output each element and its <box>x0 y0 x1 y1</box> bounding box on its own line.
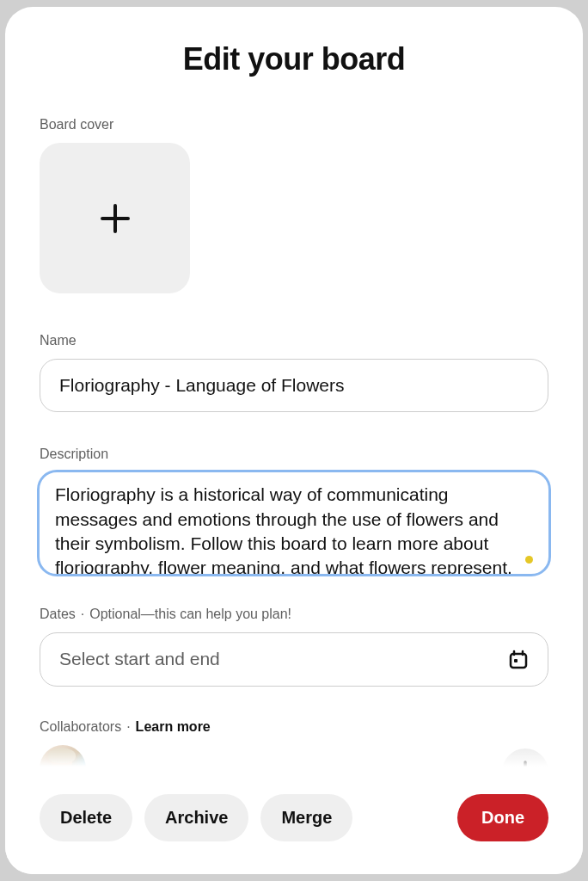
plus-icon <box>100 203 131 234</box>
svg-rect-1 <box>514 659 518 662</box>
edit-board-modal: Edit your board Board cover Name Descrip… <box>5 7 583 874</box>
dates-label: Dates <box>40 607 76 622</box>
done-button[interactable]: Done <box>457 794 548 841</box>
board-cover-label: Board cover <box>40 117 548 132</box>
calendar-icon <box>508 650 529 670</box>
modal-title: Edit your board <box>40 41 548 77</box>
dates-select-button[interactable]: Select start and end <box>40 632 548 686</box>
board-description-textarea[interactable] <box>40 472 548 574</box>
name-label: Name <box>40 333 548 348</box>
separator-dot: · <box>126 719 130 735</box>
svg-rect-0 <box>511 654 526 668</box>
add-board-cover-button[interactable] <box>40 143 190 293</box>
dates-hint: Optional—this can help you plan! <box>89 607 291 622</box>
learn-more-link[interactable]: Learn more <box>136 719 211 735</box>
collaborators-label: Collaborators <box>40 719 121 735</box>
description-label: Description <box>40 447 548 462</box>
archive-button[interactable]: Archive <box>144 794 248 841</box>
dates-placeholder: Select start and end <box>59 647 220 671</box>
separator-dot: · <box>81 607 84 622</box>
delete-button[interactable]: Delete <box>40 794 132 841</box>
merge-button[interactable]: Merge <box>260 794 352 841</box>
board-name-input[interactable] <box>40 359 548 412</box>
